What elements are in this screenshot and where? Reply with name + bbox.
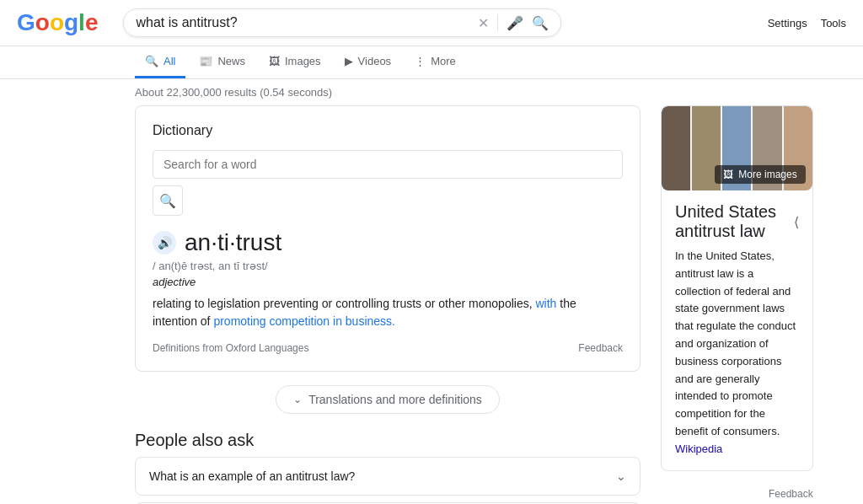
image-strip: 🖼 More images: [662, 106, 812, 190]
header: Google ✕ 🎤 🔍 Settings Tools: [0, 0, 863, 46]
word-title: an·ti·trust: [185, 229, 281, 256]
word-pos: adjective: [153, 276, 623, 288]
word-phonetic: / an(t)ē trəst, an tī trəst/: [153, 260, 623, 272]
more-icon: ⋮: [415, 55, 426, 67]
def-link-with[interactable]: with: [535, 297, 556, 310]
tab-more[interactable]: ⋮ More: [405, 46, 466, 78]
more-images-button[interactable]: 🖼 More images: [715, 165, 805, 184]
right-column: 🖼 More images United States antitrust la…: [661, 105, 813, 504]
knowledge-source-link[interactable]: Wikipedia: [675, 442, 722, 455]
tab-all-label: All: [163, 55, 175, 67]
knowledge-description: In the United States, antitrust law is a…: [662, 248, 812, 470]
tab-news[interactable]: 📰 News: [189, 46, 255, 78]
knowledge-desc-text: In the United States, antitrust law is a…: [675, 249, 796, 437]
knowledge-title: United States antitrust law: [675, 202, 794, 241]
translate-button[interactable]: ⌄ Translations and more definitions: [276, 385, 500, 414]
paa-item-1[interactable]: What is an example of an antitrust law? …: [135, 457, 641, 496]
header-right: Settings Tools: [768, 17, 846, 29]
tab-images-label: Images: [285, 55, 321, 67]
settings-link[interactable]: Settings: [768, 17, 807, 29]
dictionary-search-input[interactable]: [153, 150, 623, 179]
people-also-ask-section: People also ask What is an example of an…: [135, 431, 641, 504]
search-icon: 🔍: [145, 55, 158, 67]
dictionary-search-button[interactable]: 🔍: [153, 185, 183, 216]
more-images-label: More images: [738, 169, 796, 180]
main-content: Dictionary 🔍 🔊 an·ti·trust / an(t)ē trəs…: [0, 105, 863, 504]
search-input[interactable]: [136, 15, 471, 30]
tab-more-label: More: [431, 55, 456, 67]
nav-tabs: 🔍 All 📰 News 🖼 Images ▶ Videos ⋮ More: [0, 46, 863, 79]
word-entry: 🔊 an·ti·trust / an(t)ē trəst, an tī trəs…: [153, 229, 623, 330]
tab-images[interactable]: 🖼 Images: [259, 46, 331, 78]
tab-all[interactable]: 🔍 All: [135, 46, 185, 78]
search-icon: 🔍: [159, 193, 176, 209]
google-logo: Google: [17, 9, 98, 36]
definitions-source: Definitions from Oxford Languages: [153, 342, 308, 354]
paa-question-1: What is an example of an antitrust law?: [149, 469, 355, 483]
knowledge-header: United States antitrust law ⟨: [662, 190, 812, 248]
images-icon: 🖼: [269, 55, 280, 67]
chevron-down-icon: ⌄: [293, 394, 302, 405]
search-icons: ✕ 🎤 🔍: [478, 14, 549, 31]
search-bar: ✕ 🎤 🔍: [123, 8, 561, 37]
def-link-promoting[interactable]: promoting competition in business.: [213, 314, 395, 328]
feedback-link[interactable]: Feedback: [578, 342, 623, 354]
news-icon: 📰: [199, 55, 212, 67]
tab-videos-label: Videos: [358, 55, 392, 67]
clear-search-button[interactable]: ✕: [478, 15, 489, 31]
tools-link[interactable]: Tools: [821, 17, 846, 29]
sound-button[interactable]: 🔊: [153, 231, 176, 255]
chevron-down-icon: ⌄: [616, 469, 626, 483]
tab-news-label: News: [217, 55, 245, 67]
dictionary-title: Dictionary: [153, 123, 623, 138]
results-count: About 22,300,000 results (0.54 seconds): [0, 79, 863, 105]
dictionary-footer: Definitions from Oxford Languages Feedba…: [153, 342, 623, 354]
paa-title: People also ask: [135, 431, 641, 450]
search-submit-button[interactable]: 🔍: [532, 15, 549, 31]
translate-label: Translations and more definitions: [308, 393, 482, 406]
videos-icon: ▶: [345, 55, 353, 67]
left-column: Dictionary 🔍 🔊 an·ti·trust / an(t)ē trəs…: [135, 105, 641, 504]
word-header: 🔊 an·ti·trust: [153, 229, 623, 256]
word-definition: relating to legislation preventing or co…: [153, 295, 623, 330]
image-1: [662, 106, 690, 190]
images-icon: 🖼: [723, 169, 733, 180]
voice-search-button[interactable]: 🎤: [507, 15, 523, 31]
share-button[interactable]: ⟨: [794, 214, 799, 230]
divider: [497, 14, 498, 31]
right-feedback[interactable]: Feedback: [661, 485, 813, 504]
knowledge-card: 🖼 More images United States antitrust la…: [661, 105, 813, 471]
dictionary-card: Dictionary 🔍 🔊 an·ti·trust / an(t)ē trəs…: [135, 105, 641, 372]
tab-videos[interactable]: ▶ Videos: [335, 46, 402, 78]
